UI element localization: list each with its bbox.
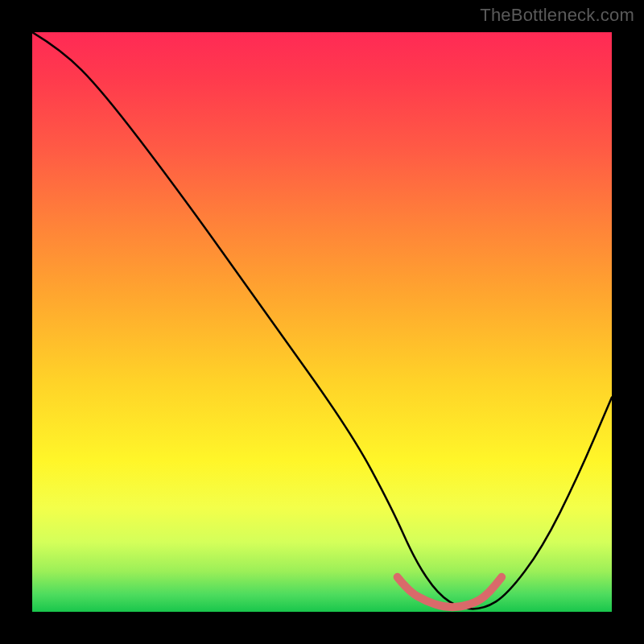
watermark-text: TheBottleneck.com	[480, 5, 634, 26]
bottleneck-curve-path	[32, 32, 612, 609]
chart-frame: TheBottleneck.com	[0, 0, 644, 644]
plot-area	[32, 32, 612, 612]
curve-layer	[32, 32, 612, 612]
